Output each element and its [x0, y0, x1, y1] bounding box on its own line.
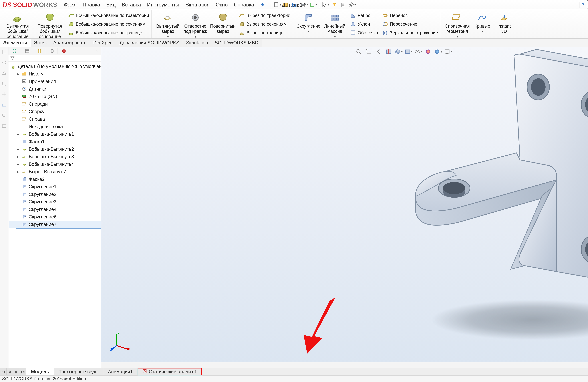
- viewtab-next-icon[interactable]: ▶: [13, 368, 20, 375]
- tree-plane-front[interactable]: Спереди: [9, 100, 101, 108]
- hud-zoom-area-icon[interactable]: [365, 48, 373, 55]
- btn-shell[interactable]: Оболочка: [349, 29, 379, 37]
- menu-help[interactable]: Справка: [231, 2, 257, 8]
- tree-annotations[interactable]: AПримечания: [9, 78, 101, 85]
- tree-boss1[interactable]: ▸Бобышка-Вытянуть1: [9, 130, 101, 138]
- tree-plane-right[interactable]: Справа: [9, 115, 101, 123]
- cmtab-elements[interactable]: Элементы: [0, 39, 31, 47]
- tree-plane-top[interactable]: Сверху: [9, 108, 101, 115]
- fm-tab-config-icon[interactable]: [34, 48, 45, 54]
- btn-sweep-cut[interactable]: Вырез по траектории: [237, 12, 292, 19]
- btn-boundary-cut[interactable]: Вырез по границе: [237, 29, 292, 37]
- btn-mirror[interactable]: Зеркальное отражение: [381, 29, 439, 37]
- menu-tools[interactable]: Инструменты: [144, 2, 182, 8]
- tree-boss4[interactable]: ▸Бобышка-Вытянуть4: [9, 160, 101, 168]
- menu-insert[interactable]: Вставка: [119, 2, 144, 8]
- btn-sweep-boss[interactable]: Бобышка/основание по траектории: [67, 12, 150, 19]
- viewtab-static-study[interactable]: Статический анализ 1: [138, 368, 202, 375]
- menu-file[interactable]: Файл: [61, 2, 80, 8]
- left-vertical-toolbar: [0, 47, 8, 368]
- fm-tab-display-icon[interactable]: [58, 48, 70, 54]
- hud-zoom-fit-icon[interactable]: [355, 48, 363, 55]
- viewtab-first-icon[interactable]: ⏮: [0, 368, 7, 375]
- tree-fillet3[interactable]: Скругление3: [9, 198, 101, 205]
- tree-fillet6[interactable]: Скругление6: [9, 213, 101, 221]
- menu-window[interactable]: Окно: [213, 2, 231, 8]
- menu-view[interactable]: Вид: [103, 2, 119, 8]
- vtb-btn-8[interactable]: [1, 123, 7, 129]
- tree-fillet1[interactable]: Скругление1: [9, 183, 101, 190]
- viewtab-last-icon[interactable]: ⏭: [20, 368, 26, 375]
- btn-draft[interactable]: Уклон: [349, 20, 379, 28]
- fm-tab-tree-icon[interactable]: [9, 48, 21, 54]
- fm-tab-property-icon[interactable]: [21, 48, 33, 54]
- cmtab-dimxpert[interactable]: DimXpert: [90, 39, 116, 47]
- menu-simulation[interactable]: Simulation: [182, 2, 213, 8]
- fm-filter-row[interactable]: [8, 55, 101, 62]
- viewtab-animation[interactable]: Анимация1: [103, 368, 138, 375]
- tree-rollback-bar[interactable]: [16, 228, 101, 229]
- hud-section-icon[interactable]: [385, 48, 393, 55]
- btn-hole-wizard[interactable]: Отверстие под крепеж▾: [182, 12, 208, 38]
- help-search[interactable]: ? Поиск в Справке по SOLIDWORKS ▾: [580, 1, 588, 8]
- cmtab-evaluate[interactable]: Анализировать: [50, 39, 90, 47]
- cmtab-sketch[interactable]: Эскиз: [31, 39, 50, 47]
- btn-intersect[interactable]: Пересечение: [381, 20, 439, 28]
- viewport-horizontal-scrollbar[interactable]: [101, 362, 588, 368]
- qat-options-sheet-icon[interactable]: [339, 1, 347, 8]
- vtb-btn-6[interactable]: [1, 101, 7, 108]
- viewtab-prev-icon[interactable]: ◀: [7, 368, 13, 375]
- cmtab-addins[interactable]: Добавления SOLIDWORKS: [116, 39, 183, 47]
- btn-rib[interactable]: Ребро: [349, 12, 379, 19]
- tree-material[interactable]: 7075-T6 (SN): [9, 93, 101, 100]
- tree-origin[interactable]: Исходная точка: [9, 123, 101, 130]
- qat-new-icon[interactable]: ▾: [273, 1, 281, 8]
- graphics-viewport[interactable]: ▾ ▾ ▾ ▾ ▾ — ❐ ☐ ✕: [101, 47, 588, 368]
- btn-extrude-cut[interactable]: Вытянутый вырез▾: [155, 12, 181, 38]
- btn-instant-3d[interactable]: Instant 3D: [494, 12, 514, 34]
- orientation-triad[interactable]: Y X Z: [110, 331, 130, 351]
- fm-expand-icon[interactable]: ›: [93, 48, 101, 54]
- menu-edit[interactable]: Правка: [80, 2, 103, 8]
- fm-tab-dimxpert-icon[interactable]: [46, 48, 58, 54]
- qat-select-icon[interactable]: ▾: [321, 1, 329, 8]
- menu-pin-icon[interactable]: ★: [257, 2, 268, 8]
- tree-history[interactable]: ▸History: [9, 70, 101, 78]
- tree-fillet7[interactable]: Скругление7: [9, 221, 101, 228]
- cmtab-mbd[interactable]: SOLIDWORKS MBD: [211, 39, 262, 47]
- vtb-btn-3[interactable]: [1, 70, 7, 76]
- btn-extrude-boss[interactable]: Вытянутая бобышка/основание: [2, 12, 33, 39]
- viewtab-model[interactable]: Модель: [26, 368, 54, 375]
- btn-boundary-boss[interactable]: Бобышка/основание на границе: [67, 29, 150, 37]
- tree-boss2[interactable]: ▸Бобышка-Вытянуть2: [9, 145, 101, 153]
- tree-chamfer2[interactable]: Фаска2: [9, 175, 101, 183]
- btn-curves[interactable]: Кривые▾: [472, 12, 492, 33]
- btn-loft-cut[interactable]: Вырез по сечениям: [237, 20, 292, 28]
- tree-fillet2[interactable]: Скругление2: [9, 190, 101, 198]
- viewtab-3dviews[interactable]: Трехмерные виды: [54, 368, 103, 375]
- tree-sensors[interactable]: Датчики: [9, 85, 101, 93]
- qat-filter-icon[interactable]: [331, 1, 338, 8]
- tree-boss3[interactable]: ▸Бобышка-Вытянуть3: [9, 153, 101, 160]
- btn-revolve-cut[interactable]: Повернутый вырез: [210, 12, 236, 34]
- qat-settings-icon[interactable]: ▾: [348, 1, 356, 8]
- btn-revolve-boss[interactable]: Повернутая бобышка/основание: [35, 12, 65, 39]
- vtb-btn-2[interactable]: [1, 59, 7, 66]
- vtb-btn-1[interactable]: [1, 49, 7, 55]
- tree-cut1[interactable]: ▸Вырез-Вытянуть1: [9, 168, 101, 175]
- vtb-btn-4[interactable]: [1, 80, 7, 87]
- btn-loft-boss[interactable]: Бобышка/основание по сечениям: [67, 20, 150, 28]
- tree-root[interactable]: Деталь1 (По умолчанию<<По умолчан: [9, 62, 101, 70]
- hud-prev-view-icon[interactable]: [375, 48, 383, 55]
- tree-fillet4[interactable]: Скругление4: [9, 205, 101, 213]
- tree-chamfer1[interactable]: Фаска1: [9, 138, 101, 145]
- vtb-btn-7[interactable]: [1, 112, 7, 119]
- cmtab-simulation[interactable]: Simulation: [183, 39, 211, 47]
- btn-linear-pattern[interactable]: Линейный массив▾: [322, 12, 347, 38]
- annotations-icon: A: [21, 79, 27, 84]
- vtb-btn-5[interactable]: [1, 91, 7, 98]
- btn-reference-geometry[interactable]: Справочная геометрия▾: [444, 12, 471, 38]
- btn-wrap[interactable]: Перенос: [381, 12, 439, 19]
- qat-rebuild-icon[interactable]: ▾: [309, 1, 317, 8]
- btn-fillet[interactable]: Скругление▾: [296, 12, 321, 33]
